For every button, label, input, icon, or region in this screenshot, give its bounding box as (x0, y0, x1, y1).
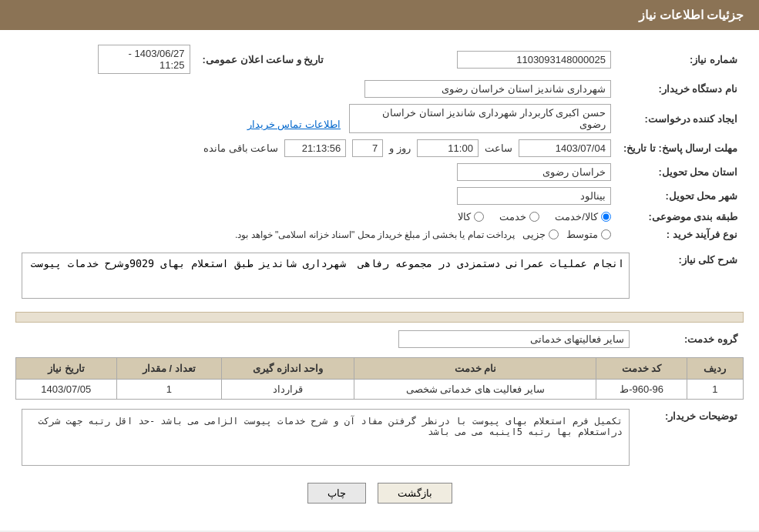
purchase-partial-radio[interactable] (549, 229, 559, 239)
service-group-table: گروه خدمت: سایر فعالیتهای خدماتی (15, 327, 744, 351)
buyer-notes-textarea[interactable] (22, 409, 630, 466)
print-button[interactable]: چاپ (307, 483, 366, 504)
buyer-notes-label: توضیحات خریدار: (636, 406, 744, 471)
delivery-province-value: خراسان رضوی (15, 160, 617, 184)
table-row: 1960-96-طسایر فعالیت های خدماتی شخصیقرار… (16, 380, 744, 400)
deadline-date-display: 1403/07/04 (519, 139, 611, 157)
col-unit: واحد اندازه گیری (222, 358, 354, 380)
page-container: جزئیات اطلاعات نیاز شماره نیاز: 11030931… (0, 0, 759, 530)
col-quantity: تعداد / مقدار (116, 358, 222, 380)
buyer-notes-row: توضیحات خریدار: (15, 406, 744, 471)
page-header: جزئیات اطلاعات نیاز (0, 0, 759, 30)
deadline-time-display: 11:00 (417, 139, 479, 157)
cell-service_code: 960-96-ط (596, 380, 687, 400)
cell-service_name: سایر فعالیت های خدماتی شخصی (354, 380, 596, 400)
category-service-option[interactable]: خدمت (499, 211, 539, 223)
purchase-medium-label: متوسط (566, 229, 598, 240)
cell-quantity: 1 (116, 380, 222, 400)
description-value (15, 249, 636, 304)
need-number-row: شماره نیاز: 1103093148000025 تاریخ و ساع… (15, 42, 744, 77)
delivery-province-display: خراسان رضوی (457, 163, 611, 181)
need-number-label: شماره نیاز: (617, 42, 744, 77)
description-row: شرح کلی نیاز: (15, 249, 744, 304)
purchase-type-label: نوع فرآیند خرید : (617, 226, 744, 243)
delivery-city-label: شهر محل تحویل: (617, 184, 744, 208)
service-data-table: ردیف کد خدمت نام خدمت واحد اندازه گیری ت… (15, 357, 744, 400)
need-number-value: 1103093148000025 (330, 42, 617, 77)
delivery-city-display: بینالود (457, 187, 611, 205)
delivery-city-value: بینالود (15, 184, 617, 208)
back-button[interactable]: بازگشت (378, 483, 452, 504)
delivery-province-label: استان محل تحویل: (617, 160, 744, 184)
category-goods-service-label: کالا/خدمت (555, 211, 598, 223)
col-service-name: نام خدمت (354, 358, 596, 380)
need-number-display: 1103093148000025 (457, 51, 611, 69)
purchase-type-content: متوسط جزیی پرداخت تمام یا بخشی از مبلغ خ… (22, 229, 611, 240)
deadline-label: مهلت ارسال پاسخ: تا تاریخ: (617, 136, 744, 160)
buyer-notes-value (15, 406, 636, 471)
table-header: ردیف کد خدمت نام خدمت واحد اندازه گیری ت… (16, 358, 744, 380)
creator-row: ایجاد کننده درخواست: حسن اکبری کاربردار … (15, 101, 744, 136)
category-row: طبقه بندی موضوعی: کالا/خدمت خدمت (15, 208, 744, 226)
service-group-value: سایر فعالیتهای خدماتی (15, 327, 636, 351)
description-table: شرح کلی نیاز: (15, 249, 744, 304)
service-info-section-header (15, 312, 744, 323)
category-goods-radio[interactable] (474, 212, 484, 222)
buyer-org-display: شهرداری شاندیز استان خراسان رضوی (364, 80, 611, 98)
category-label: طبقه بندی موضوعی: (617, 208, 744, 226)
content-area: شماره نیاز: 1103093148000025 تاریخ و ساع… (0, 30, 759, 530)
creator-display: حسن اکبری کاربردار شهرداری شاندیز استان … (349, 104, 611, 133)
table-header-row: ردیف کد خدمت نام خدمت واحد اندازه گیری ت… (16, 358, 744, 380)
remaining-days-display: 7 (352, 139, 383, 157)
category-value: کالا/خدمت خدمت کالا (15, 208, 617, 226)
purchase-medium-radio[interactable] (601, 229, 611, 239)
col-date: تاریخ نیاز (16, 358, 117, 380)
time-label: ساعت (485, 142, 512, 154)
deadline-date-row: 1403/07/04 ساعت 11:00 روز و 7 21:13:56 س… (22, 139, 611, 157)
col-service-code: کد خدمت (596, 358, 687, 380)
cell-unit: قرارداد (222, 380, 354, 400)
cell-row_num: 1 (687, 380, 743, 400)
buyer-org-row: نام دستگاه خریدار: شهرداری شاندیز استان … (15, 77, 744, 101)
announcement-date-label: تاریخ و ساعت اعلان عمومی: (196, 42, 331, 77)
category-goods-service-radio[interactable] (601, 212, 611, 222)
category-goods-service-option[interactable]: کالا/خدمت (555, 211, 611, 223)
contact-info-link[interactable]: اطلاعات تماس خریدار (247, 119, 341, 130)
category-goods-label: کالا (458, 211, 471, 223)
deadline-value: 1403/07/04 ساعت 11:00 روز و 7 21:13:56 س… (15, 136, 617, 160)
service-group-display: سایر فعالیتهای خدماتی (398, 330, 630, 348)
days-label: روز و (389, 142, 411, 154)
cell-date: 1403/07/05 (16, 380, 117, 400)
announcement-date-value: 1403/06/27 - 11:25 (15, 42, 196, 77)
service-group-row: گروه خدمت: سایر فعالیتهای خدماتی (15, 327, 744, 351)
remaining-label: ساعت باقی مانده (203, 142, 278, 154)
delivery-city-row: شهر محل تحویل: بینالود (15, 184, 744, 208)
purchase-note-text: پرداخت تمام یا بخشی از مبلغ خریداز محل "… (235, 229, 515, 240)
buyer-org-value: شهرداری شاندیز استان خراسان رضوی (15, 77, 617, 101)
announcement-date-display: 1403/06/27 - 11:25 (98, 45, 190, 74)
delivery-province-row: استان محل تحویل: خراسان رضوی (15, 160, 744, 184)
main-info-table: شماره نیاز: 1103093148000025 تاریخ و ساع… (15, 42, 744, 243)
category-radio-group: کالا/خدمت خدمت کالا (22, 211, 611, 223)
service-group-label: گروه خدمت: (636, 327, 744, 351)
description-textarea[interactable] (22, 253, 630, 299)
creator-value: حسن اکبری کاربردار شهرداری شاندیز استان … (15, 101, 617, 136)
description-label: شرح کلی نیاز: (636, 249, 744, 304)
purchase-partial-label: جزیی (522, 229, 546, 240)
purchase-medium-option[interactable]: متوسط (566, 229, 611, 240)
buyer-org-label: نام دستگاه خریدار: (617, 77, 744, 101)
table-body: 1960-96-طسایر فعالیت های خدماتی شخصیقرار… (16, 380, 744, 400)
category-service-label: خدمت (499, 211, 526, 223)
purchase-type-value: متوسط جزیی پرداخت تمام یا بخشی از مبلغ خ… (15, 226, 617, 243)
purchase-partial-option[interactable]: جزیی (522, 229, 559, 240)
buyer-notes-table: توضیحات خریدار: (15, 406, 744, 471)
category-goods-option[interactable]: کالا (458, 211, 484, 223)
deadline-row: مهلت ارسال پاسخ: تا تاریخ: 1403/07/04 سا… (15, 136, 744, 160)
category-service-radio[interactable] (529, 212, 539, 222)
col-row-num: ردیف (687, 358, 743, 380)
page-title: جزئیات اطلاعات نیاز (639, 8, 744, 22)
remaining-time-display: 21:13:56 (284, 139, 346, 157)
footer-buttons: بازگشت چاپ (15, 483, 744, 519)
purchase-type-row: نوع فرآیند خرید : متوسط جزیی پرداخت تمام… (15, 226, 744, 243)
creator-label: ایجاد کننده درخواست: (617, 101, 744, 136)
